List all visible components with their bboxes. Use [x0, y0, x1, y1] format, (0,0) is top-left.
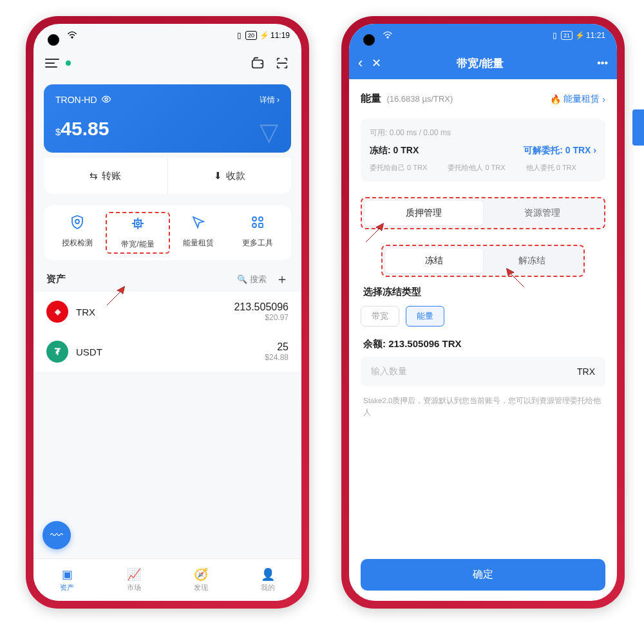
tool-auth-check[interactable]: 授权检测: [48, 214, 107, 251]
chip-icon: [130, 216, 146, 235]
pill-energy[interactable]: 能量: [406, 306, 444, 327]
eye-icon[interactable]: [101, 95, 111, 105]
action-row: ⇆ 转账 ⬇ 收款: [44, 158, 291, 194]
amount-placeholder: 输入数量: [371, 366, 577, 377]
resource-info-box: 可用: 0.00 ms / 0.00 ms 冻结: 0 TRX 可解委托: 0 …: [361, 118, 605, 182]
chevron-right-icon: ›: [602, 94, 605, 104]
tron-watermark-icon: ▽: [260, 118, 278, 146]
freeze-type-pills: 带宽 能量: [349, 301, 617, 332]
assets-icon: ▣: [62, 567, 73, 582]
seg-freeze[interactable]: 冻结: [385, 249, 483, 273]
annotation-arrow-icon: [104, 285, 128, 308]
tab-discover[interactable]: 🧭发现: [167, 559, 234, 601]
pill-bandwidth[interactable]: 带宽: [361, 306, 399, 327]
svg-point-6: [252, 217, 256, 221]
page-title: 带宽/能量: [372, 56, 588, 71]
svg-point-8: [252, 223, 256, 227]
balance-amount: 45.85: [61, 118, 109, 139]
asset-row-trx[interactable]: ◈ TRX 213.505096$20.97: [33, 292, 301, 332]
vibrate-icon: ▯: [553, 31, 557, 40]
grid-icon: [250, 214, 265, 234]
delegatable-link[interactable]: 可解委托: 0 TRX ›: [524, 145, 596, 156]
status-time: 11:19: [270, 31, 290, 40]
frozen-amount: 冻结: 0 TRX: [370, 145, 419, 156]
seg-unfreeze[interactable]: 解冻结: [483, 249, 581, 273]
usdt-icon: ₮: [46, 341, 68, 363]
seg-resource-manage[interactable]: 资源管理: [483, 201, 601, 225]
wifi-icon: [383, 30, 393, 41]
transfer-button[interactable]: ⇆ 转账: [44, 158, 168, 194]
amount-unit: TRX: [577, 366, 595, 377]
svg-point-10: [387, 37, 388, 38]
camera-hole: [363, 34, 375, 46]
tab-profile[interactable]: 👤我的: [234, 559, 301, 601]
cursor-icon: [191, 214, 206, 234]
svg-rect-5: [137, 222, 139, 225]
camera-hole: [48, 34, 59, 46]
compass-icon: 🧭: [194, 567, 208, 582]
search-button[interactable]: 🔍 搜索: [237, 274, 267, 285]
col-self: 委托给自己 0 TRX: [370, 163, 440, 173]
tab-assets[interactable]: ▣资产: [33, 559, 100, 601]
fab-swap-button[interactable]: 〰: [43, 521, 71, 549]
market-icon: 📈: [127, 567, 141, 582]
screen-left: ▯ 20 ⚡ 11:19 TRON-HD: [33, 24, 301, 601]
shield-icon: [70, 214, 85, 234]
tool-energy-rent[interactable]: 能量租赁: [169, 214, 228, 251]
svg-point-7: [259, 217, 263, 221]
tool-bandwidth-energy[interactable]: 带宽/能量: [106, 212, 170, 254]
more-button[interactable]: •••: [597, 57, 608, 69]
scan-icon[interactable]: [274, 55, 290, 71]
charging-icon: ⚡: [260, 31, 269, 40]
side-tab-decoration: [632, 109, 644, 146]
page-header: ‹ ✕ 带宽/能量 •••: [349, 47, 617, 79]
tab-bar: ▣资产 📈市场 🧭发现 👤我的: [33, 558, 301, 601]
annotation-arrow-icon: [504, 267, 527, 290]
wifi-icon: [67, 30, 77, 41]
balance-label: 余额: 213.505096 TRX: [349, 332, 617, 353]
available-text: 可用: 0.00 ms / 0.00 ms: [370, 128, 596, 138]
wallet-add-icon[interactable]: [250, 55, 265, 71]
rent-energy-link[interactable]: 🔥 能量租赁 ›: [550, 93, 605, 105]
battery-icon: 20: [245, 31, 257, 40]
tab-market[interactable]: 📈市场: [100, 559, 167, 601]
vibrate-icon: ▯: [237, 31, 242, 40]
profile-icon: 👤: [261, 567, 275, 582]
fire-icon: 🔥: [550, 94, 561, 104]
energy-rate: (16.6838 µs/TRX): [386, 94, 453, 104]
svg-rect-9: [259, 223, 263, 227]
status-time: 11:21: [586, 31, 605, 40]
status-bar: ▯ 21 ⚡ 11:21: [349, 24, 617, 47]
add-asset-button[interactable]: ＋: [276, 270, 289, 288]
asset-row-usdt[interactable]: ₮ USDT 25$24.88: [33, 332, 301, 372]
battery-icon: 21: [561, 31, 573, 40]
topbar: [33, 47, 301, 79]
screen-right: ▯ 21 ⚡ 11:21 ‹ ✕ 带宽/能量 ••• 能量 (16.6838 µ…: [349, 24, 617, 601]
assets-header: 资产 🔍 搜索 ＋: [33, 267, 301, 292]
stake-hint: Stake2.0质押后，资源默认到您当前账号，您可以到资源管理委托给他人: [349, 390, 617, 423]
svg-rect-4: [135, 220, 141, 227]
svg-point-2: [105, 98, 108, 100]
segment-stake-manage: 质押管理 资源管理: [361, 197, 605, 229]
receive-button[interactable]: ⬇ 收款: [168, 158, 292, 194]
svg-point-3: [75, 220, 79, 223]
phone-left: ▯ 20 ⚡ 11:19 TRON-HD: [26, 16, 309, 609]
phone-right: ▯ 21 ⚡ 11:21 ‹ ✕ 带宽/能量 ••• 能量 (16.6838 µ…: [341, 16, 625, 609]
trx-icon: ◈: [46, 301, 68, 323]
wallet-card[interactable]: TRON-HD 详情 › $45.85 ▽: [44, 84, 291, 153]
amount-input[interactable]: 输入数量 TRX: [361, 357, 605, 386]
back-button[interactable]: ‹: [358, 55, 363, 71]
tool-more[interactable]: 更多工具: [228, 214, 287, 251]
energy-label: 能量: [361, 93, 381, 104]
col-from-others: 他人委托 0 TRX: [526, 163, 596, 173]
col-others: 委托给他人 0 TRX: [448, 163, 518, 173]
menu-icon[interactable]: [45, 59, 59, 68]
segment-freeze: 冻结 解冻结: [381, 245, 585, 277]
svg-point-0: [71, 37, 73, 38]
freeze-type-title: 选择冻结类型: [349, 283, 617, 301]
status-bar: ▯ 20 ⚡ 11:19: [33, 24, 301, 47]
detail-link[interactable]: 详情 ›: [260, 95, 279, 106]
wallet-name: TRON-HD: [55, 95, 97, 105]
assets-title: 资产: [46, 273, 66, 285]
confirm-button[interactable]: 确定: [361, 559, 605, 591]
